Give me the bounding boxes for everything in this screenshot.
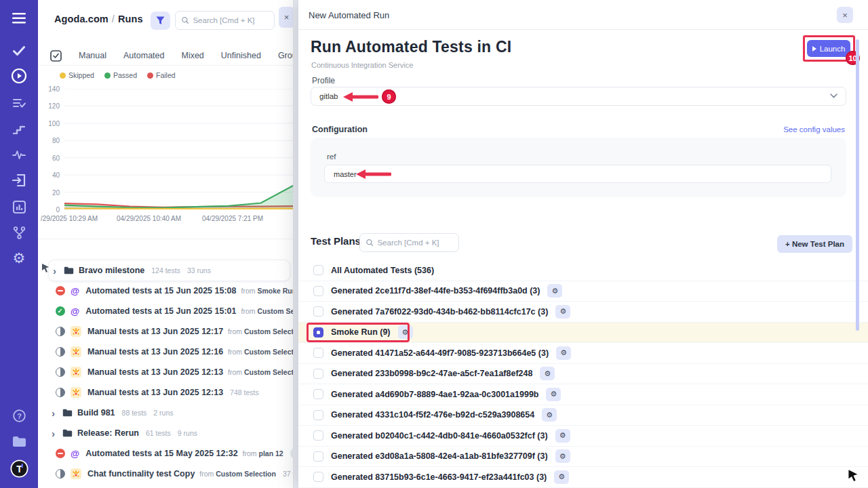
filter-button[interactable] bbox=[151, 12, 170, 30]
chevron-right-icon[interactable]: › bbox=[52, 428, 62, 439]
test-plan-row[interactable]: Generated 233b0998-b9c2-47ae-a5cf-7ea1af… bbox=[298, 364, 868, 385]
run-tag-badge[interactable]: ⚙test bbox=[290, 447, 294, 460]
test-plan-row[interactable]: Generated 83715b93-6c1e-4663-9417-ef23a4… bbox=[298, 467, 868, 488]
runs-search-input[interactable] bbox=[193, 16, 268, 24]
tab-groups[interactable]: Groups bbox=[278, 51, 294, 60]
runs-search[interactable] bbox=[175, 11, 275, 30]
tab-automated[interactable]: Automated bbox=[123, 51, 164, 60]
gear-icon[interactable]: ⚙ bbox=[554, 470, 569, 484]
see-config-values-link[interactable]: See config values bbox=[783, 125, 845, 134]
status-progress-icon bbox=[56, 367, 65, 377]
menu-icon[interactable] bbox=[0, 8, 38, 28]
runs-folder-row[interactable]: ›Build 98188 tests2 runs bbox=[38, 403, 294, 423]
activity-icon[interactable] bbox=[0, 144, 38, 165]
test-plans-search-input[interactable] bbox=[377, 239, 452, 247]
gear-icon[interactable]: ⚙ bbox=[546, 388, 561, 401]
run-row[interactable]: @Automated tests at 15 Jun 2025 15:08fro… bbox=[38, 281, 294, 301]
gear-icon[interactable]: ⚙ bbox=[540, 367, 555, 380]
test-plan-row[interactable]: Generated b02040c1-c442-4db0-841e-4660a0… bbox=[298, 426, 868, 447]
test-plans-search[interactable] bbox=[359, 233, 459, 252]
chevron-right-icon[interactable]: › bbox=[52, 407, 62, 419]
x-tick-0: /29/2025 10:29 AM bbox=[41, 215, 98, 222]
new-test-plan-button[interactable]: + New Test Plan bbox=[777, 235, 852, 253]
gear-icon[interactable]: ⚙ bbox=[555, 429, 570, 443]
gear-icon[interactable]: ⚙ bbox=[556, 346, 571, 360]
bar-chart-icon[interactable] bbox=[0, 197, 38, 217]
gear-icon[interactable]: ⚙ bbox=[547, 284, 562, 298]
runs-panel: Agoda.com/Runs × ManualAutomatedMixedUnf… bbox=[38, 0, 294, 488]
test-plans-heading: Test Plans bbox=[311, 235, 361, 247]
profile-select[interactable]: gitlab 9 bbox=[311, 87, 846, 106]
avatar-T[interactable]: T bbox=[0, 458, 38, 479]
run-from: from Custom Selection bbox=[241, 307, 294, 315]
test-plan-row[interactable]: Smoke Run (9)⚙ bbox=[298, 323, 868, 344]
tab-manual[interactable]: Manual bbox=[79, 51, 106, 60]
checkbox[interactable] bbox=[313, 410, 323, 420]
check-icon[interactable] bbox=[0, 41, 38, 61]
y-tick-60: 60 bbox=[39, 155, 60, 162]
breadcrumb[interactable]: Agoda.com/Runs bbox=[54, 14, 143, 24]
checkbox[interactable] bbox=[313, 430, 323, 441]
run-title: Manual tests at 13 Jun 2025 12:17 bbox=[87, 327, 223, 336]
test-plan-label: Generated 41471a52-a644-49f7-9085-923713… bbox=[331, 348, 549, 358]
gear-icon[interactable]: ⚙ bbox=[0, 248, 38, 268]
folder-icon[interactable] bbox=[0, 431, 38, 451]
checkbox[interactable] bbox=[313, 451, 323, 462]
checkbox[interactable] bbox=[313, 389, 323, 399]
runs-list: ›Bravo milestone124 tests33 runs@Automat… bbox=[38, 260, 294, 484]
breadcrumb-page: Runs bbox=[118, 14, 143, 24]
scrollbar-thumb[interactable] bbox=[856, 39, 859, 331]
list-check-icon[interactable] bbox=[0, 93, 38, 113]
tab-unfinished[interactable]: Unfinished bbox=[221, 51, 261, 60]
tab-mixed[interactable]: Mixed bbox=[181, 51, 203, 60]
test-plan-row[interactable]: Generated a4d690b7-8889-4ae1-92aa-0c3001… bbox=[298, 384, 868, 405]
runs-folder-row[interactable]: ›Release: Rerun61 tests9 runs bbox=[38, 423, 294, 443]
chevron-right-icon[interactable]: › bbox=[53, 265, 64, 277]
run-title: Automated tests at 15 Jun 2025 15:08 bbox=[85, 286, 236, 296]
checkbox[interactable] bbox=[313, 306, 323, 317]
folder-icon bbox=[64, 266, 74, 274]
breadcrumb-project[interactable]: Agoda.com bbox=[54, 14, 108, 24]
gear-icon[interactable]: ⚙ bbox=[555, 305, 570, 319]
test-plan-row[interactable]: Generated 7a76f022-93d0-434b-b462-bb8114… bbox=[298, 302, 868, 323]
run-row[interactable]: Manual tests at 13 Jun 2025 12:16from Cu… bbox=[38, 342, 294, 362]
checkbox[interactable] bbox=[313, 286, 323, 296]
test-plan-row[interactable]: All Automated Tests (536) bbox=[298, 260, 868, 281]
checkbox-checked[interactable] bbox=[313, 327, 323, 338]
test-plan-label: Generated 7a76f022-93d0-434b-b462-bb8114… bbox=[331, 307, 548, 317]
checkbox[interactable] bbox=[313, 369, 323, 379]
gear-icon[interactable]: ⚙ bbox=[398, 325, 413, 339]
test-plan-row[interactable]: Generated 41471a52-a644-49f7-9085-923713… bbox=[298, 343, 868, 364]
checkbox[interactable] bbox=[313, 348, 323, 358]
gear-icon[interactable]: ⚙ bbox=[555, 449, 570, 463]
run-row[interactable]: @Automated tests at 15 May 2025 12:32fro… bbox=[38, 443, 294, 464]
steps-icon[interactable] bbox=[0, 119, 38, 139]
test-plan-row[interactable]: Generated e3d08a1a-5808-42e4-a1ab-81bfe3… bbox=[298, 447, 868, 468]
launch-button[interactable]: Launch bbox=[807, 40, 850, 57]
run-row[interactable]: Chat functinality test Copyfrom Custom S… bbox=[38, 464, 294, 484]
run-row[interactable]: Manual tests at 13 Jun 2025 12:13748 tes… bbox=[38, 382, 294, 403]
run-row[interactable]: Manual tests at 13 Jun 2025 12:17from Cu… bbox=[38, 321, 294, 342]
run-from: from Custom Selection bbox=[228, 368, 294, 376]
checkbox[interactable] bbox=[313, 265, 323, 275]
breadcrumb-separator: / bbox=[108, 14, 118, 24]
test-plan-row[interactable]: Generated 4331c104-f5f2-476e-b92d-c529a3… bbox=[298, 405, 868, 426]
status-passed-icon bbox=[56, 306, 65, 316]
ref-field[interactable] bbox=[324, 165, 831, 183]
select-runs-icon[interactable] bbox=[50, 50, 62, 62]
gear-icon[interactable]: ⚙ bbox=[542, 408, 557, 422]
play-circle-icon[interactable] bbox=[0, 66, 38, 86]
checkbox[interactable] bbox=[313, 472, 323, 482]
close-icon[interactable]: × bbox=[279, 7, 294, 28]
configuration-label: Configuration bbox=[312, 125, 368, 134]
test-plan-row[interactable]: Generated 2ce11f7d-38ef-44fe-b353-4f694f… bbox=[298, 281, 868, 302]
run-row[interactable]: @Automated tests at 15 Jun 2025 15:01fro… bbox=[38, 301, 294, 321]
run-row[interactable]: Manual tests at 13 Jun 2025 12:13from Cu… bbox=[38, 362, 294, 382]
folder-name: Build 981 bbox=[77, 408, 115, 418]
close-icon[interactable]: × bbox=[837, 7, 853, 23]
runs-folder-row[interactable]: ›Bravo milestone124 tests33 runs bbox=[49, 260, 290, 281]
help-icon[interactable]: ? bbox=[0, 405, 38, 426]
drawer-header: New Automated Run × bbox=[298, 0, 868, 30]
git-branch-icon[interactable] bbox=[0, 222, 38, 243]
sign-in-icon[interactable] bbox=[0, 170, 38, 190]
